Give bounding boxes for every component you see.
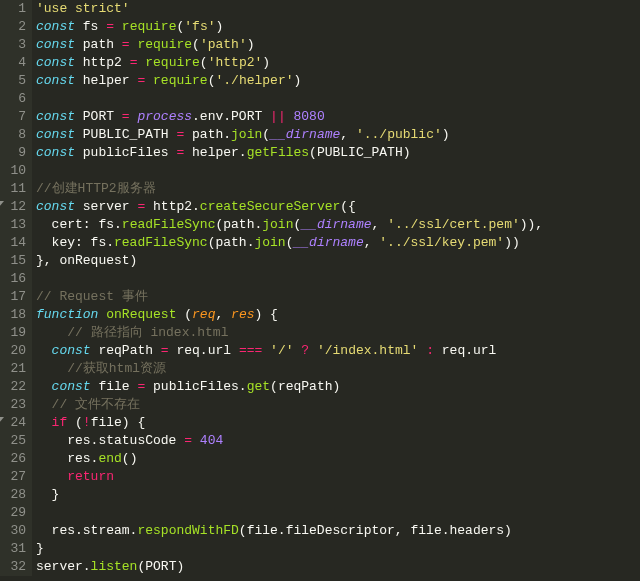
- code-line[interactable]: server.listen(PORT): [36, 558, 543, 576]
- code-line[interactable]: const server = http2.createSecureServer(…: [36, 198, 543, 216]
- token-kw: const: [36, 199, 75, 214]
- code-line[interactable]: }, onRequest): [36, 252, 543, 270]
- code-line[interactable]: const reqPath = req.url === '/' ? '/inde…: [36, 342, 543, 360]
- code-line[interactable]: const fs = require('fs'): [36, 18, 543, 36]
- token-pl: ,: [372, 217, 388, 232]
- token-op: :: [426, 343, 434, 358]
- code-line[interactable]: [36, 504, 543, 522]
- code-line[interactable]: const PUBLIC_PATH = path.join(__dirname,…: [36, 126, 543, 144]
- token-pl: req.url: [169, 343, 239, 358]
- token-pl: [114, 19, 122, 34]
- code-line[interactable]: function onRequest (req, res) {: [36, 306, 543, 324]
- token-pl: (: [192, 37, 200, 52]
- line-number: 14: [4, 234, 26, 252]
- token-arg: req: [192, 307, 215, 322]
- token-str: '../public': [356, 127, 442, 142]
- code-editor[interactable]: 1234567891011121314151617181920212223242…: [0, 0, 640, 576]
- code-line[interactable]: cert: fs.readFileSync(path.join(__dirnam…: [36, 216, 543, 234]
- code-line[interactable]: key: fs.readFileSync(path.join(__dirname…: [36, 234, 543, 252]
- line-number: 4: [4, 54, 26, 72]
- code-line[interactable]: // 文件不存在: [36, 396, 543, 414]
- token-fn: join: [254, 235, 285, 250]
- token-kw: const: [36, 145, 75, 160]
- token-pl: }, onRequest): [36, 253, 137, 268]
- token-pl: key: fs.: [36, 235, 114, 250]
- token-pl: res.: [36, 451, 98, 466]
- line-number: 1: [4, 0, 26, 18]
- token-kw: const: [36, 109, 75, 124]
- code-line[interactable]: }: [36, 486, 543, 504]
- token-fn: join: [262, 217, 293, 232]
- code-line[interactable]: const path = require('path'): [36, 36, 543, 54]
- token-pl: (: [262, 127, 270, 142]
- code-line[interactable]: res.statusCode = 404: [36, 432, 543, 450]
- token-pl: (PUBLIC_PATH): [309, 145, 410, 160]
- code-line[interactable]: // 路径指向 index.html: [36, 324, 543, 342]
- token-str: '/': [270, 343, 293, 358]
- line-number: 13: [4, 216, 26, 234]
- code-line[interactable]: 'use strict': [36, 0, 543, 18]
- token-kw: const: [36, 19, 75, 34]
- code-line[interactable]: // Request 事件: [36, 288, 543, 306]
- token-pl: [36, 343, 52, 358]
- line-number: 3: [4, 36, 26, 54]
- code-line[interactable]: //创建HTTP2服务器: [36, 180, 543, 198]
- fold-icon[interactable]: [0, 417, 4, 423]
- code-line[interactable]: const helper = require('./helper'): [36, 72, 543, 90]
- token-fn: require: [153, 73, 208, 88]
- code-line[interactable]: //获取html资源: [36, 360, 543, 378]
- line-number: 31: [4, 540, 26, 558]
- token-op: !: [83, 415, 91, 430]
- code-line[interactable]: if (!file) {: [36, 414, 543, 432]
- token-kw: function: [36, 307, 98, 322]
- code-line[interactable]: const file = publicFiles.get(reqPath): [36, 378, 543, 396]
- fold-icon[interactable]: [0, 201, 4, 207]
- token-pl: path.: [184, 127, 231, 142]
- code-line[interactable]: [36, 162, 543, 180]
- token-pl: ) {: [254, 307, 277, 322]
- token-pl: path: [75, 37, 122, 52]
- token-str: 'http2': [208, 55, 263, 70]
- line-number: 16: [4, 270, 26, 288]
- token-fn: join: [231, 127, 262, 142]
- token-pl: )): [504, 235, 520, 250]
- code-area[interactable]: 'use strict'const fs = require('fs')cons…: [32, 0, 543, 576]
- token-fn: get: [247, 379, 270, 394]
- token-pl: req.url: [434, 343, 496, 358]
- token-pl: (: [176, 307, 192, 322]
- token-fn: end: [98, 451, 121, 466]
- token-fn: createSecureServer: [200, 199, 340, 214]
- code-line[interactable]: const publicFiles = helper.getFiles(PUBL…: [36, 144, 543, 162]
- code-line[interactable]: res.end(): [36, 450, 543, 468]
- token-pl: helper: [75, 73, 137, 88]
- line-number: 20: [4, 342, 26, 360]
- token-pl: cert: fs.: [36, 217, 122, 232]
- code-line[interactable]: const http2 = require('http2'): [36, 54, 543, 72]
- token-pl: ({: [340, 199, 356, 214]
- code-line[interactable]: [36, 90, 543, 108]
- token-pl: [309, 343, 317, 358]
- line-number: 10: [4, 162, 26, 180]
- token-op: =: [161, 343, 169, 358]
- token-cm: // 路径指向 index.html: [67, 325, 228, 340]
- token-pl: ,: [340, 127, 356, 142]
- token-pl: (: [200, 55, 208, 70]
- line-number: 8: [4, 126, 26, 144]
- code-line[interactable]: }: [36, 540, 543, 558]
- token-pl: [36, 415, 52, 430]
- code-line[interactable]: const PORT = process.env.PORT || 8080: [36, 108, 543, 126]
- token-pl: ,: [364, 235, 380, 250]
- token-pl: [36, 397, 52, 412]
- token-pl: [145, 73, 153, 88]
- line-number: 29: [4, 504, 26, 522]
- code-line[interactable]: res.stream.respondWithFD(file.fileDescri…: [36, 522, 543, 540]
- token-kw2: if: [52, 415, 68, 430]
- token-pl: (): [122, 451, 138, 466]
- token-pl: server.: [36, 559, 91, 574]
- code-line[interactable]: return: [36, 468, 543, 486]
- code-line[interactable]: [36, 270, 543, 288]
- token-op: ?: [301, 343, 309, 358]
- token-pl: server: [75, 199, 137, 214]
- token-op: =: [122, 37, 130, 52]
- token-pl: ): [216, 19, 224, 34]
